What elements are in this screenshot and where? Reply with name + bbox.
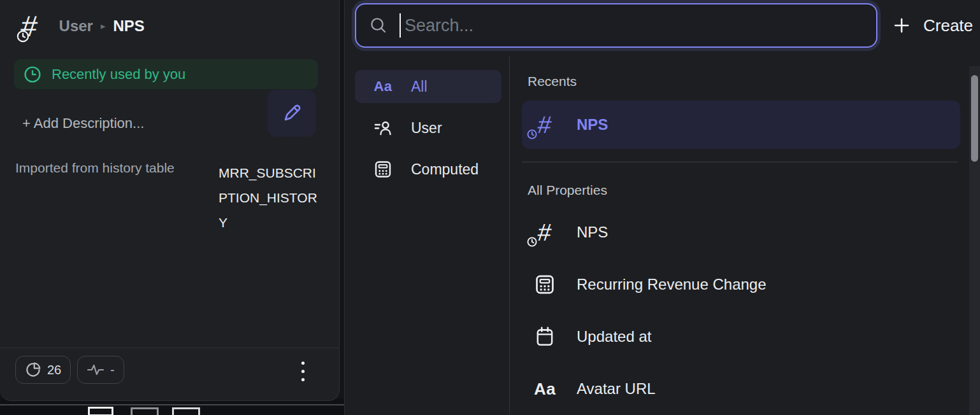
clock-icon [24,66,41,83]
calculator-icon [369,160,397,179]
recently-used-label: Recently used by you [52,66,185,83]
create-label: Create [923,16,973,36]
property-item-recurring-revenue-change[interactable]: Recurring Revenue Change [522,267,960,302]
numeric-clock-icon: # [531,220,559,244]
property-item-label: Recurring Revenue Change [577,276,767,293]
add-description-button[interactable]: + Add Description... [22,115,144,132]
pencil-icon [280,102,303,125]
filter-label: Computed [411,161,479,178]
imported-table-name: MRR_SUBSCRIPTION_HISTORY [219,160,319,235]
edit-description-button[interactable] [268,90,316,137]
breadcrumb-current: NPS [113,17,145,35]
recents-header: Recents [528,56,970,89]
numeric-clock-icon: # [531,113,559,137]
filter-label: User [411,120,442,137]
results-list: Recents # NPS All Properties # [522,56,970,407]
property-item-label: NPS [577,223,608,241]
breadcrumb-parent[interactable]: User [59,17,93,35]
aa-text-icon: Aa [531,379,559,399]
property-item-updated-at[interactable]: Updated at [522,319,960,355]
chevron-right-icon: ▸ [101,20,106,32]
filter-list: Aa All User Computed [355,70,501,194]
all-properties-header: All Properties [528,183,970,198]
screen: # User ▸ NPS Recently used by you + Add … [0,0,980,415]
calculator-icon [531,274,559,295]
search-input[interactable] [405,16,863,36]
filter-label: All [411,78,428,95]
scrollbar-thumb[interactable] [971,75,978,162]
numeric-property-clock-icon: # [21,11,38,41]
trend-button[interactable]: - [77,356,124,384]
scrollbar[interactable] [969,66,980,415]
kebab-icon [301,362,305,365]
panel-header: # User ▸ NPS [21,11,145,41]
recent-item-nps[interactable]: # NPS [522,101,960,149]
imported-from-label: Imported from history table [15,160,175,176]
create-button[interactable]: Create [893,10,973,41]
search-icon [369,16,388,35]
property-item-label: Avatar URL [577,380,656,398]
user-list-icon [369,119,397,137]
trend-value: - [110,363,115,377]
pulse-icon [87,363,104,377]
search-box[interactable] [355,3,877,48]
usage-count: 26 [47,363,61,377]
divider [509,56,510,415]
property-detail-panel: # User ▸ NPS Recently used by you + Add … [0,0,340,401]
plus-icon [893,17,911,34]
filter-all[interactable]: Aa All [355,70,501,103]
filter-computed[interactable]: Computed [355,153,501,186]
recently-used-badge: Recently used by you [14,59,318,89]
aa-text-icon: Aa [369,78,397,95]
property-item-avatar-url[interactable]: Aa Avatar URL [522,371,960,407]
pie-chart-icon [25,362,41,378]
divider [522,162,958,162]
filter-user[interactable]: User [355,111,501,144]
property-picker-modal: Create Aa All User Computed Recent [344,0,980,415]
recent-item-label: NPS [577,116,608,134]
panel-footer: 26 - [0,348,339,400]
usage-count-button[interactable]: 26 [15,356,71,384]
calendar-icon [531,326,559,348]
property-item-label: Updated at [577,328,651,346]
text-caret [400,13,401,38]
breadcrumb: User ▸ NPS [59,17,145,35]
property-item-nps[interactable]: # NPS [522,215,960,250]
more-options-button[interactable] [294,357,311,385]
